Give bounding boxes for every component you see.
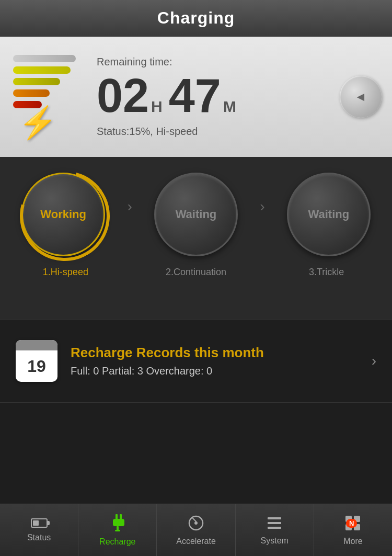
header: Charging [0,0,392,37]
svg-rect-0 [116,514,118,519]
step-2-container: Waiting [154,173,238,256]
step-2-name: 2.Continuation [154,267,238,278]
plug-icon [110,514,125,534]
step-3-circle[interactable]: Waiting [287,173,371,256]
time-info: Remaining time: 02 H 47 M Status:15%, Hi… [91,56,379,138]
status-icon [31,518,48,530]
system-icon [267,515,282,533]
chevron-2: › [260,198,264,215]
hours-value: 02 [97,72,149,119]
nav-more[interactable]: N More [314,504,392,556]
nav-accelerate-label: Accelerate [176,537,216,546]
records-info: Recharge Records this month Full: 0 Part… [71,345,359,377]
nav-recharge-label: Recharge [99,537,135,547]
nav-status[interactable]: Status [0,504,78,556]
accelerate-icon [188,515,204,534]
battery-nav-icon [31,518,48,528]
bottom-nav: Status Recharge Accelerate [0,504,392,556]
svg-rect-10 [268,527,281,529]
remaining-label: Remaining time: [97,56,379,68]
svg-rect-8 [268,517,281,519]
svg-rect-9 [268,522,281,524]
minutes-value: 47 [169,72,221,119]
nav-more-label: More [343,537,362,546]
step-1-name: 1.Hi-speed [24,267,107,278]
battery-bar-1 [13,55,76,62]
steps-section: Working › Waiting › Waiting 1.Hi-speed 2… [0,157,392,319]
svg-line-7 [193,518,196,521]
step-1-label: Working [40,208,86,221]
records-title: Recharge Records this month [71,345,359,361]
svg-rect-1 [120,514,122,519]
svg-rect-3 [117,526,119,530]
step-3-label: Waiting [308,208,350,221]
nav-accelerate[interactable]: Accelerate [157,504,235,556]
records-section[interactable]: 19 Recharge Records this month Full: 0 P… [0,319,392,403]
nav-status-label: Status [27,533,51,542]
svg-rect-4 [115,530,120,531]
nav-recharge[interactable]: Recharge [78,504,157,556]
chevron-1: › [127,198,132,215]
lightning-icon: ⚡ [18,107,57,139]
calendar-top [16,340,57,350]
battery-bar-2 [13,66,71,74]
hours-unit: H [151,98,163,116]
battery-panel: ⚡ Remaining time: 02 H 47 M Status:15%, … [0,37,392,157]
calendar-icon: 19 [16,340,57,382]
time-display: 02 H 47 M [97,72,379,119]
step-3-container: Waiting [287,173,371,256]
battery-bar-3 [13,78,60,85]
page-title: Charging [157,8,235,28]
minutes-unit: M [223,98,236,116]
more-badge: N [346,519,357,528]
status-text: Status:15%, Hi-speed [97,126,379,138]
records-details: Full: 0 Partial: 3 Overcharge: 0 [71,365,359,377]
svg-rect-2 [113,519,124,526]
battery-bar-4 [13,89,50,97]
steps-row: Working › Waiting › Waiting [10,173,382,256]
more-icon: N [344,515,361,534]
nav-system-label: System [261,536,289,546]
step-1-container: Working [21,173,105,256]
step-2-circle[interactable]: Waiting [154,173,238,256]
step-3-name: 3.Trickle [285,267,368,278]
nav-system[interactable]: System [236,504,314,556]
records-chevron-icon: › [372,353,376,369]
calendar-day: 19 [16,350,57,382]
step-1-circle[interactable]: Working [21,173,105,256]
step-2-label: Waiting [176,208,217,221]
battery-icon-area: ⚡ [13,55,81,139]
knob-button[interactable] [340,76,382,118]
